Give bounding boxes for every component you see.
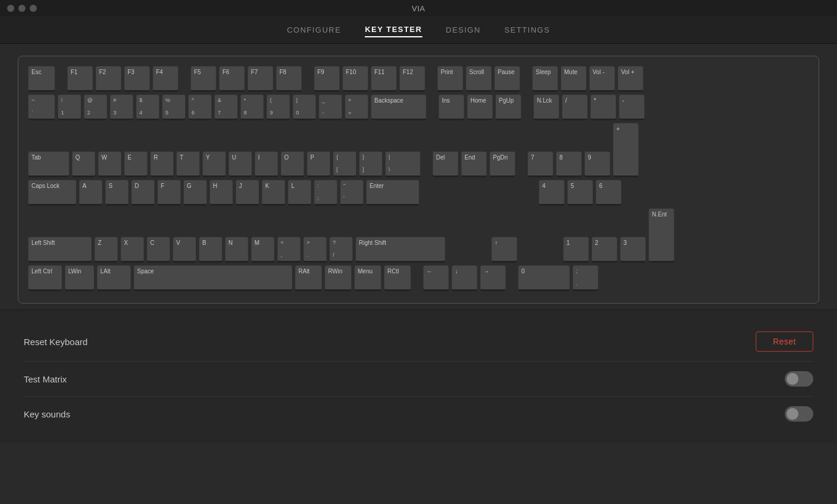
key-j[interactable]: J (235, 180, 259, 206)
key-0[interactable]: ) 0 (292, 94, 316, 120)
key-quote[interactable]: " ' (340, 180, 364, 206)
key-f12[interactable]: F12 (399, 66, 425, 92)
key-a[interactable]: A (79, 180, 103, 206)
key-o[interactable]: O (281, 151, 304, 177)
key-8[interactable]: * 8 (240, 94, 264, 120)
key-v[interactable]: V (173, 237, 196, 263)
key-backspace[interactable]: Backspace (371, 94, 427, 120)
key-6[interactable]: ^ 6 (188, 94, 212, 120)
key-5[interactable]: % 5 (162, 94, 186, 120)
key-down[interactable]: ↓ (451, 265, 478, 291)
nav-configure[interactable]: CONFIGURE (287, 23, 342, 37)
key-f4[interactable]: F4 (152, 66, 179, 92)
key-np8[interactable]: 8 (556, 151, 582, 177)
key-y[interactable]: Y (202, 151, 226, 177)
key-equals[interactable]: + = (345, 94, 368, 120)
key-np7[interactable]: 7 (527, 151, 553, 177)
key-f5[interactable]: F5 (190, 66, 217, 92)
key-up[interactable]: ↑ (491, 237, 517, 263)
key-np-slash[interactable]: / (562, 94, 588, 120)
key-backslash[interactable]: | \ (385, 151, 421, 177)
key-b[interactable]: B (199, 237, 222, 263)
key-left-shift[interactable]: Left Shift (28, 237, 92, 263)
key-sleep[interactable]: Sleep (532, 66, 558, 92)
key-scroll[interactable]: Scroll (466, 66, 492, 92)
key-menu[interactable]: Menu (354, 265, 381, 291)
key-semicolon[interactable]: : ; (314, 180, 338, 206)
key-left-alt[interactable]: LAlt (97, 265, 131, 291)
reset-button[interactable]: Reset (756, 331, 813, 352)
key-np1[interactable]: 1 (563, 237, 589, 263)
key-t[interactable]: T (176, 151, 200, 177)
key-g[interactable]: G (183, 180, 207, 206)
key-9[interactable]: ( 9 (266, 94, 290, 120)
key-f10[interactable]: F10 (342, 66, 368, 92)
key-vol-up[interactable]: Vol + (618, 66, 644, 92)
key-backtick[interactable]: ~ ` (28, 94, 55, 120)
key-left-ctrl[interactable]: Left Ctrl (28, 265, 62, 291)
key-right-ctrl[interactable]: RCtl (384, 265, 411, 291)
key-3[interactable]: # 3 (110, 94, 133, 120)
nav-design[interactable]: DESIGN (446, 23, 481, 37)
key-vol-down[interactable]: Vol - (589, 66, 615, 92)
key-right[interactable]: → (480, 265, 506, 291)
key-np-minus[interactable]: - (619, 94, 645, 120)
key-lbracket[interactable]: { [ (333, 151, 357, 177)
key-f7[interactable]: F7 (247, 66, 273, 92)
key-left[interactable]: ← (423, 265, 449, 291)
nav-key-tester[interactable]: KEY TESTER (365, 23, 422, 37)
key-np6[interactable]: 6 (596, 180, 622, 206)
key-l[interactable]: L (288, 180, 311, 206)
key-nlck[interactable]: N.Lck (533, 94, 559, 120)
key-q[interactable]: Q (72, 151, 96, 177)
key-m[interactable]: M (251, 237, 275, 263)
key-pause[interactable]: Pause (494, 66, 520, 92)
key-minus[interactable]: _ - (319, 94, 342, 120)
key-home[interactable]: Home (467, 94, 493, 120)
key-np2[interactable]: 2 (591, 237, 618, 263)
key-np3[interactable]: 3 (620, 237, 646, 263)
key-i[interactable]: I (254, 151, 278, 177)
key-f6[interactable]: F6 (219, 66, 245, 92)
key-s[interactable]: S (105, 180, 129, 206)
key-n[interactable]: N (225, 237, 249, 263)
key-tab[interactable]: Tab (28, 151, 69, 177)
key-1[interactable]: ! 1 (58, 94, 81, 120)
key-mute[interactable]: Mute (561, 66, 587, 92)
test-matrix-toggle[interactable] (785, 371, 813, 387)
key-w[interactable]: W (98, 151, 122, 177)
key-space[interactable]: Space (133, 265, 292, 291)
key-f3[interactable]: F3 (124, 66, 150, 92)
key-ins[interactable]: Ins (438, 94, 464, 120)
key-np0[interactable]: 0 (518, 265, 570, 291)
key-z[interactable]: Z (94, 237, 118, 263)
key-right-win[interactable]: RWin (324, 265, 352, 291)
key-2[interactable]: @ 2 (84, 94, 107, 120)
key-h[interactable]: H (209, 180, 233, 206)
maximize-button[interactable] (30, 5, 37, 12)
key-np-enter[interactable]: N.Ent (648, 208, 674, 263)
key-4[interactable]: $ 4 (136, 94, 160, 120)
key-right-shift[interactable]: Right Shift (355, 237, 445, 263)
key-f9[interactable]: F9 (314, 66, 340, 92)
key-left-win[interactable]: LWin (65, 265, 94, 291)
minimize-button[interactable] (18, 5, 26, 12)
nav-settings[interactable]: SETTINGS (504, 23, 550, 37)
key-np-dot[interactable]: ; . (572, 265, 599, 291)
key-esc[interactable]: Esc (28, 66, 55, 92)
key-print[interactable]: Print (437, 66, 463, 92)
key-f[interactable]: F (157, 180, 181, 206)
key-f1[interactable]: F1 (67, 66, 93, 92)
key-np4[interactable]: 4 (539, 180, 565, 206)
key-slash[interactable]: ? / (329, 237, 353, 263)
key-f11[interactable]: F11 (371, 66, 397, 92)
key-sounds-toggle[interactable] (785, 406, 813, 422)
key-e[interactable]: E (124, 151, 148, 177)
key-pgdn[interactable]: PgDn (489, 151, 515, 177)
key-del[interactable]: Del (432, 151, 459, 177)
key-f8[interactable]: F8 (276, 66, 302, 92)
key-period[interactable]: > . (303, 237, 327, 263)
key-7[interactable]: & 7 (214, 94, 238, 120)
key-r[interactable]: R (150, 151, 174, 177)
key-caps[interactable]: Caps Lock (28, 180, 77, 206)
